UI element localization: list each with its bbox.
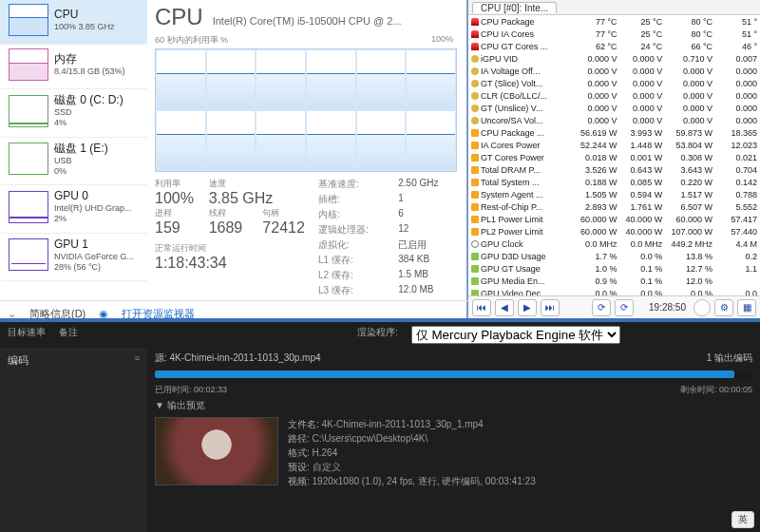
tm-graph-max: 100% (431, 34, 453, 47)
nav-next-button[interactable]: ▶ (518, 299, 537, 316)
stat-key: L1 缓存: (318, 254, 387, 267)
tm-card-disk0[interactable]: 磁盘 0 (C: D:) SSD4% (0, 89, 147, 138)
resource-monitor-icon: ◉ (99, 308, 108, 320)
spark-gpu0 (9, 191, 48, 223)
stat-key: 基准速度: (318, 178, 387, 191)
stat-val: 1 (398, 193, 457, 206)
tm-card-cpu[interactable]: CPU 100% 3.85 GHz (0, 0, 147, 45)
hw-row[interactable]: IA Voltage Off...0.000 V0.000 V0.000 V0.… (468, 65, 760, 77)
spark-gpu1 (9, 238, 48, 271)
pwr-icon (471, 191, 479, 199)
hw-row[interactable]: CPU Package ...56.619 W3.993 W59.873 W18… (468, 126, 760, 139)
val-handle: 72412 (262, 219, 307, 237)
lbl-handle: 句柄 (262, 207, 307, 219)
stat-key: 内核: (318, 208, 387, 221)
val-proc: 159 (155, 219, 200, 237)
hw-row[interactable]: GT (Unslice) V...0.000 V0.000 V0.000 V0.… (468, 102, 760, 114)
volt-icon (471, 92, 479, 100)
tm-cpu-detail: CPU Intel(R) Core(TM) i5-10500H CPU @ 2.… (147, 0, 466, 318)
panel-menu-icon[interactable]: ≡ (135, 353, 140, 363)
stat-key: 插槽: (318, 193, 387, 206)
usg-icon (471, 265, 479, 273)
hw-row[interactable]: CPU GT Cores ...62 °C24 °C66 °C46 ° (468, 40, 760, 52)
encode-progress[interactable] (155, 370, 752, 378)
pwr-icon (471, 166, 479, 174)
hw-row[interactable]: Total DRAM P...3.526 W0.643 W3.643 W0.70… (468, 163, 760, 176)
tab-notes[interactable]: 备注 (59, 326, 78, 344)
preview-thumbnail[interactable] (155, 417, 278, 485)
tab-targetrate[interactable]: 目标速率 (8, 326, 46, 344)
clock-icon[interactable] (694, 299, 711, 316)
tm-per-core-graph[interactable] (155, 48, 457, 172)
render-engine-select[interactable]: 仅 Mercury Playback Engine 软件 (411, 326, 620, 344)
task-manager-panel: CPU 100% 3.85 GHz 内存 8.4/15.8 GB (53%) 磁… (0, 0, 468, 318)
hw-row[interactable]: GPU GT Usage1.0 %0.1 %12.7 %1.1 (468, 262, 760, 275)
hw-row[interactable]: Total System ...0.188 W0.085 W0.220 W0.1… (468, 176, 760, 188)
stat-val: 12 (398, 223, 457, 237)
spark-cpu (9, 4, 48, 36)
lbl-speed: 速度 (209, 178, 254, 190)
val-speed: 3.85 GHz (209, 190, 307, 207)
hw-row[interactable]: CPU Package77 °C25 °C80 °C51 ° (468, 15, 760, 28)
hw-row[interactable]: IA Cores Power52.244 W1.448 W53.804 W12.… (468, 139, 760, 151)
hwinfo-table[interactable]: CPU Package77 °C25 °C80 °C51 °CPU IA Cor… (468, 15, 760, 295)
hwinfo-tab-cpu[interactable]: CPU [#0]: Inte... (472, 2, 557, 13)
hw-row[interactable]: iGPU VID0.000 V0.000 V0.710 V0.007 (468, 52, 760, 65)
hwinfo-tabs[interactable]: CPU [#0]: Inte... (468, 0, 760, 15)
pwr-icon (471, 216, 479, 223)
hw-row[interactable]: GT (Slice) Volt...0.000 V0.000 V0.000 V0… (468, 77, 760, 89)
media-encoder-panel: 目标速率 备注 渲染程序: 仅 Mercury Playback Engine … (0, 318, 760, 532)
tm-card-disk1[interactable]: 磁盘 1 (E:) USB0% (0, 138, 147, 186)
hw-row[interactable]: GPU Video Dec...0.0 %0.0 %0.0 %0.0 (468, 287, 760, 295)
elapsed-time: 已用时间: 00:02:33 (155, 384, 227, 396)
hw-row[interactable]: GT Cores Power0.018 W0.001 W0.308 W0.021 (468, 151, 760, 163)
temp-icon (471, 43, 479, 50)
refresh-button[interactable]: ⟳ (592, 299, 611, 316)
settings-button[interactable]: ⚙ (714, 299, 733, 316)
output-preview-header[interactable]: ▼ 输出预览 (155, 399, 752, 412)
pwr-icon (471, 228, 479, 236)
tm-sidebar: CPU 100% 3.85 GHz 内存 8.4/15.8 GB (53%) 磁… (0, 0, 147, 318)
nav-first-button[interactable]: ⏮ (472, 299, 491, 316)
nav-prev-button[interactable]: ◀ (495, 299, 514, 316)
tm-cpu-model: Intel(R) Core(TM) i5-10500H CPU @ 2... (213, 15, 402, 27)
stat-val: 12.0 MB (398, 284, 457, 297)
volt-icon (471, 80, 479, 87)
stat-key: 逻辑处理器: (318, 223, 387, 237)
hw-row[interactable]: System Agent ...1.505 W0.594 W1.517 W0.7… (468, 188, 760, 200)
volt-icon (471, 55, 479, 63)
stat-val: 1.5 MB (398, 269, 457, 282)
spark-mem (9, 48, 48, 81)
output-metadata: 文件名: 4K-Chimei-inn-2011-1013_30p_1.mp4 路… (288, 417, 536, 488)
spark-disk0 (9, 95, 48, 127)
stat-key: L3 缓存: (318, 284, 387, 297)
hw-row[interactable]: GPU Clock0.0 MHz0.0 MHz449.2 MHz4.4 M (468, 238, 760, 250)
ime-indicator[interactable]: 英 (732, 511, 754, 528)
brief-info-link[interactable]: 简略信息(D) (29, 307, 86, 321)
stat-val: 6 (398, 208, 457, 221)
hw-row[interactable]: GPU Media En...0.9 %0.1 %12.0 % (468, 275, 760, 287)
hw-row[interactable]: Rest-of-Chip P...2.893 W1.761 W6.507 W5.… (468, 200, 760, 213)
hw-row[interactable]: Uncore/SA Vol...0.000 V0.000 V0.000 V0.0… (468, 114, 760, 126)
refresh2-button[interactable]: ⟳ (615, 299, 634, 316)
export-button[interactable]: ▦ (737, 299, 756, 316)
tm-card-gpu1[interactable]: GPU 1 NVIDIA GeForce G...28% (56 °C) (0, 234, 147, 282)
hw-row[interactable]: CPU IA Cores77 °C25 °C80 °C51 ° (468, 28, 760, 40)
stat-val: 已启用 (398, 238, 457, 252)
source-line: 源: 4K-Chimei-inn-2011-1013_30p.mp4 (155, 352, 321, 365)
spark-disk1 (9, 142, 48, 175)
tm-card-gpu0[interactable]: GPU 0 Intel(R) UHD Grap...2% (0, 185, 147, 234)
pwr-icon (471, 142, 479, 149)
hw-row[interactable]: PL2 Power Limit60.000 W40.000 W107.000 W… (468, 225, 760, 238)
nav-last-button[interactable]: ⏭ (541, 299, 560, 316)
hw-row[interactable]: CLR (CBo/LLC/...0.000 V0.000 V0.000 V0.0… (468, 89, 760, 102)
hw-row[interactable]: GPU D3D Usage1.7 %0.0 %13.8 %0.2 (468, 250, 760, 262)
volt-icon (471, 117, 479, 124)
hw-row[interactable]: PL1 Power Limit60.000 W40.000 W60.000 W5… (468, 213, 760, 225)
open-resource-monitor-link[interactable]: 打开资源监视器 (122, 307, 195, 321)
collapse-icon[interactable]: ⌄ (8, 308, 16, 320)
tm-card-mem[interactable]: 内存 8.4/15.8 GB (53%) (0, 45, 147, 89)
val-uptime: 1:18:43:34 (155, 255, 307, 272)
clk-icon (471, 240, 479, 248)
val-util: 100% (155, 190, 200, 207)
